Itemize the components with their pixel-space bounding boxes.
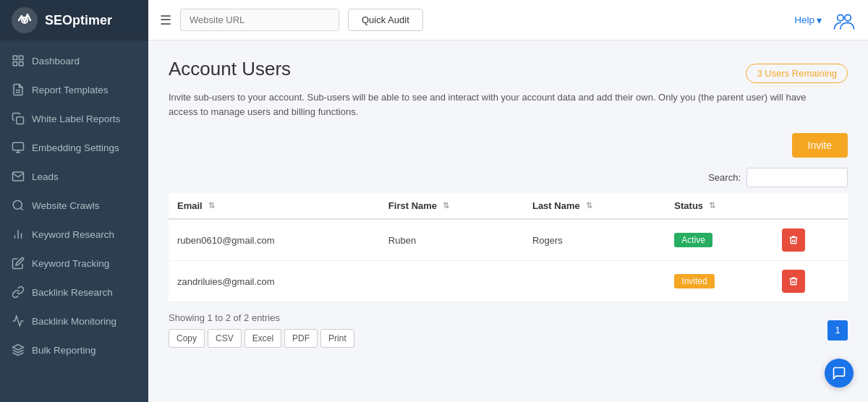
svg-point-18	[838, 14, 844, 21]
sidebar-label-dashboard: Dashboard	[32, 56, 80, 67]
sidebar-label-keyword-tracking: Keyword Tracking	[32, 258, 109, 269]
svg-rect-8	[17, 117, 24, 124]
col-email: Email ⇅	[169, 193, 380, 219]
svg-line-13	[20, 208, 22, 210]
delete-button[interactable]	[782, 270, 805, 293]
layers-icon	[12, 343, 25, 356]
table-row: zandriluies@gmail.com Invited	[169, 261, 848, 302]
sidebar-label-leads: Leads	[32, 171, 59, 182]
sidebar-label-backlink-research: Backlink Research	[32, 287, 113, 298]
mail-icon	[12, 170, 25, 183]
svg-rect-2	[13, 56, 17, 59]
sort-icon-status[interactable]: ⇅	[709, 201, 715, 210]
sidebar-label-report-templates: Report Templates	[32, 85, 109, 95]
export-csv-button[interactable]: CSV	[208, 329, 242, 348]
export-copy-button[interactable]: Copy	[169, 329, 205, 348]
help-label: Help	[794, 14, 814, 25]
chat-icon	[832, 366, 846, 380]
svg-rect-9	[13, 142, 24, 150]
sidebar-logo[interactable]: SEOptimer	[0, 0, 148, 40]
help-button[interactable]: Help ▾	[794, 14, 822, 26]
cell-status: Invited	[665, 261, 773, 302]
edit-icon	[12, 257, 25, 270]
svg-rect-3	[20, 56, 23, 59]
file-text-icon	[12, 83, 25, 96]
delete-button[interactable]	[782, 228, 805, 252]
bar-chart-icon	[12, 228, 25, 241]
sidebar: SEOptimer Dashboard Report Templates Whi…	[0, 0, 148, 402]
sidebar-label-embedding-settings: Embedding Settings	[32, 142, 119, 153]
trash-icon	[788, 276, 799, 286]
topbar: ☰ Quick Audit Help ▾	[148, 0, 868, 40]
export-excel-button[interactable]: Excel	[244, 329, 281, 348]
quick-audit-button[interactable]: Quick Audit	[348, 9, 423, 31]
sidebar-item-report-templates[interactable]: Report Templates	[0, 75, 148, 104]
sidebar-label-keyword-research: Keyword Research	[32, 229, 114, 240]
cell-last-name: Rogers	[524, 219, 665, 261]
url-input[interactable]	[180, 9, 339, 31]
users-table: Email ⇅ First Name ⇅ Last Name ⇅	[169, 193, 848, 302]
menu-icon[interactable]: ☰	[160, 12, 171, 28]
sort-icon-lastname[interactable]: ⇅	[586, 201, 592, 210]
table-body: ruben0610@gmail.com Ruben Rogers Active …	[169, 219, 848, 302]
svg-rect-5	[20, 62, 23, 66]
col-actions	[773, 193, 848, 219]
sidebar-item-leads[interactable]: Leads	[0, 162, 148, 191]
sidebar-item-keyword-tracking[interactable]: Keyword Tracking	[0, 249, 148, 278]
svg-marker-17	[13, 345, 24, 351]
search-label: Search:	[708, 172, 741, 183]
cell-actions	[773, 261, 848, 302]
cell-first-name	[380, 261, 524, 302]
sidebar-item-website-crawls[interactable]: Website Crawls	[0, 191, 148, 220]
search-row: Search:	[169, 168, 848, 187]
activity-icon	[12, 315, 25, 328]
sidebar-label-white-label-reports: White Label Reports	[32, 114, 120, 124]
copy-icon	[12, 112, 25, 125]
svg-rect-4	[13, 62, 17, 66]
seoptimer-logo-icon	[12, 7, 38, 33]
link-icon	[12, 286, 25, 299]
user-accounts-icon[interactable]	[832, 8, 856, 33]
table-row: ruben0610@gmail.com Ruben Rogers Active	[169, 219, 848, 261]
page-header: Account Users 3 Users Remaining	[169, 58, 848, 83]
page-1-button[interactable]: 1	[827, 320, 848, 341]
users-remaining-badge: 3 Users Remaining	[746, 64, 848, 83]
chat-fab-button[interactable]	[825, 359, 854, 388]
help-dropdown-icon: ▾	[817, 14, 822, 26]
logo-text: SEOptimer	[45, 13, 112, 28]
sort-icon-email[interactable]: ⇅	[208, 201, 215, 210]
export-print-button[interactable]: Print	[320, 329, 354, 348]
sidebar-item-keyword-research[interactable]: Keyword Research	[0, 220, 148, 249]
invite-button[interactable]: Invite	[792, 133, 848, 158]
table-footer: Showing 1 to 2 of 2 entries CopyCSVExcel…	[169, 312, 848, 348]
sidebar-item-bulk-reporting[interactable]: Bulk Reporting	[0, 335, 148, 364]
sidebar-label-backlink-monitoring: Backlink Monitoring	[32, 316, 116, 327]
svg-point-19	[845, 14, 851, 21]
sidebar-item-dashboard[interactable]: Dashboard	[0, 46, 148, 75]
sort-icon-firstname[interactable]: ⇅	[443, 201, 449, 210]
status-badge: Active	[674, 233, 712, 247]
trash-icon	[788, 235, 799, 245]
sidebar-navigation: Dashboard Report Templates White Label R…	[0, 40, 148, 402]
export-pdf-button[interactable]: PDF	[284, 329, 318, 348]
sidebar-label-website-crawls: Website Crawls	[32, 200, 100, 211]
table-info: Showing 1 to 2 of 2 entries	[169, 312, 354, 323]
page-title: Account Users	[169, 58, 291, 80]
export-buttons: CopyCSVExcelPDFPrint	[169, 329, 354, 348]
cell-actions	[773, 219, 848, 261]
grid-icon	[12, 54, 25, 67]
search-icon	[12, 199, 25, 212]
search-input[interactable]	[746, 168, 848, 187]
page-content: Account Users 3 Users Remaining Invite s…	[148, 40, 868, 402]
page-description: Invite sub-users to your account. Sub-us…	[169, 90, 820, 119]
sidebar-item-embedding-settings[interactable]: Embedding Settings	[0, 133, 148, 162]
sidebar-item-white-label-reports[interactable]: White Label Reports	[0, 104, 148, 133]
sidebar-label-bulk-reporting: Bulk Reporting	[32, 345, 96, 356]
topbar-right: Help ▾	[794, 8, 856, 33]
sidebar-item-backlink-monitoring[interactable]: Backlink Monitoring	[0, 307, 148, 335]
table-header: Email ⇅ First Name ⇅ Last Name ⇅	[169, 193, 848, 219]
sidebar-item-backlink-research[interactable]: Backlink Research	[0, 278, 148, 307]
col-status: Status ⇅	[665, 193, 773, 219]
col-last-name: Last Name ⇅	[524, 193, 665, 219]
cell-first-name: Ruben	[380, 219, 524, 261]
